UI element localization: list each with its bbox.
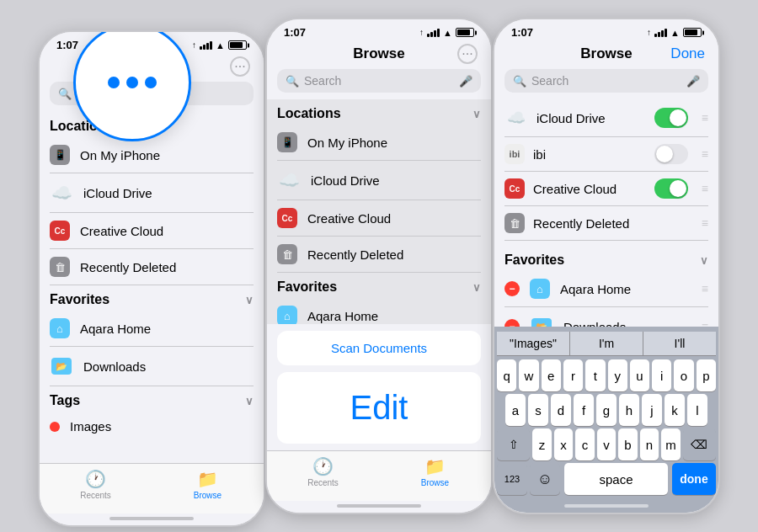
ibi-text: ibi bbox=[510, 149, 520, 159]
key-n[interactable]: n bbox=[640, 428, 659, 460]
search-bar[interactable]: 🔍 Search 🎤 bbox=[277, 69, 481, 93]
key-h[interactable]: h bbox=[619, 394, 639, 426]
key-p[interactable]: p bbox=[697, 359, 716, 391]
drag-handle[interactable]: ≡ bbox=[702, 320, 708, 327]
mic-icon: 🎤 bbox=[686, 75, 700, 88]
key-z[interactable]: z bbox=[532, 428, 551, 460]
tab-browse[interactable]: 📁 Browse bbox=[152, 469, 264, 500]
list-item[interactable]: 🗑 Recently Deleted bbox=[50, 249, 254, 285]
key-x[interactable]: x bbox=[554, 428, 573, 460]
key-g[interactable]: g bbox=[596, 394, 617, 426]
red-dot-icon bbox=[50, 422, 60, 432]
key-k[interactable]: k bbox=[665, 394, 685, 426]
key-v[interactable]: v bbox=[597, 428, 616, 460]
favorites-chevron[interactable]: ∨ bbox=[245, 294, 254, 306]
key-q[interactable]: q bbox=[497, 359, 516, 391]
tags-chevron[interactable]: ∨ bbox=[245, 395, 254, 407]
delete-key[interactable]: ⌫ bbox=[683, 428, 716, 460]
key-i[interactable]: i bbox=[652, 359, 671, 391]
cc-toggle[interactable] bbox=[654, 178, 688, 199]
numbers-key[interactable]: 123 bbox=[497, 463, 527, 495]
browse-tab-label: Browse bbox=[194, 491, 222, 500]
key-j[interactable]: j bbox=[642, 394, 662, 426]
key-o[interactable]: o bbox=[674, 359, 693, 391]
list-item[interactable]: ⌂ Aqara Home bbox=[277, 298, 481, 324]
remove-icon[interactable]: − bbox=[504, 319, 520, 327]
key-r[interactable]: r bbox=[563, 359, 583, 391]
phone-2: 1:07 ↑ ▲ Browse ··· 🔍 Search 🎤 bbox=[265, 18, 493, 514]
more-button[interactable]: ··· bbox=[230, 56, 250, 77]
drag-handle[interactable]: ≡ bbox=[702, 111, 708, 125]
autocomplete-item-0[interactable]: "Images" bbox=[497, 332, 570, 355]
done-key[interactable]: done bbox=[672, 463, 716, 495]
list-item[interactable]: − 📂 Downloads ≡ bbox=[504, 307, 708, 327]
list-item[interactable]: 🗑 Recently Deleted bbox=[277, 237, 481, 273]
icloud-icon: ☁️ bbox=[504, 106, 528, 130]
icloud-icon: ☁️ bbox=[277, 168, 301, 192]
recently-deleted-label: Recently Deleted bbox=[307, 247, 481, 262]
remove-icon[interactable]: − bbox=[504, 281, 520, 296]
emoji-key[interactable]: ☺ bbox=[530, 463, 560, 495]
key-t[interactable]: t bbox=[585, 359, 605, 391]
scan-documents-button[interactable]: Scan Documents bbox=[277, 331, 481, 365]
more-button[interactable]: ··· bbox=[457, 44, 478, 64]
key-d[interactable]: d bbox=[551, 394, 571, 426]
key-m[interactable]: m bbox=[661, 428, 680, 460]
tab-recents[interactable]: 🕐 Recents bbox=[267, 456, 379, 487]
list-item[interactable]: 📱 On My iPhone bbox=[277, 125, 481, 161]
list-item[interactable]: ☁️ iCloud Drive bbox=[50, 173, 254, 213]
favorites-header: Favorites ∨ bbox=[277, 273, 481, 298]
list-item[interactable]: Cc Creative Cloud bbox=[277, 200, 481, 237]
key-b[interactable]: b bbox=[618, 428, 637, 460]
list-item[interactable]: 📱 On My iPhone bbox=[50, 137, 254, 173]
locations-chevron[interactable]: ∨ bbox=[472, 108, 481, 120]
list-item[interactable]: − ⌂ Aqara Home ≡ bbox=[504, 271, 708, 307]
key-w[interactable]: w bbox=[519, 359, 538, 391]
autocomplete-item-1[interactable]: I'm bbox=[570, 332, 643, 355]
edit-button[interactable]: Edit bbox=[277, 372, 481, 444]
key-s[interactable]: s bbox=[528, 394, 548, 426]
status-bar: 1:07 ↑ ▲ bbox=[267, 19, 491, 42]
wifi-icon: ▲ bbox=[443, 28, 452, 38]
tags-label: Tags bbox=[50, 393, 80, 408]
favorites-chevron[interactable]: ∨ bbox=[700, 254, 708, 267]
list-item[interactable]: ☁️ iCloud Drive bbox=[277, 161, 481, 200]
tab-recents[interactable]: 🕐 Recents bbox=[40, 469, 152, 500]
ibi-icon: ibi bbox=[504, 144, 525, 164]
drag-handle[interactable]: ≡ bbox=[702, 182, 708, 195]
favorites-chevron[interactable]: ∨ bbox=[472, 281, 481, 294]
favorites-header: Favorites ∨ bbox=[504, 246, 708, 271]
drag-handle[interactable]: ≡ bbox=[702, 147, 708, 161]
drag-handle[interactable]: ≡ bbox=[702, 282, 708, 295]
list-item[interactable]: ⌂ Aqara Home bbox=[50, 311, 254, 347]
key-c[interactable]: c bbox=[575, 428, 594, 460]
ibi-toggle[interactable] bbox=[654, 144, 688, 164]
done-button[interactable]: Done bbox=[670, 45, 705, 62]
recently-deleted-label: Recently Deleted bbox=[80, 260, 254, 274]
iphone-icon: 📱 bbox=[50, 145, 70, 165]
autocomplete-item-2[interactable]: I'll bbox=[643, 332, 716, 355]
favorites-label: Favorites bbox=[277, 279, 337, 295]
key-y[interactable]: y bbox=[608, 359, 627, 391]
icloud-toggle[interactable] bbox=[654, 108, 688, 128]
key-f[interactable]: f bbox=[574, 394, 594, 426]
aqara-icon: ⌂ bbox=[530, 279, 550, 299]
drag-handle[interactable]: ≡ bbox=[702, 216, 708, 230]
key-e[interactable]: e bbox=[542, 359, 561, 391]
key-u[interactable]: u bbox=[630, 359, 649, 391]
browse-tab-icon: 📁 bbox=[197, 469, 218, 489]
search-icon: 🔍 bbox=[513, 75, 526, 88]
home-indicator bbox=[267, 501, 491, 513]
key-l[interactable]: l bbox=[687, 394, 707, 426]
list-item[interactable]: Images bbox=[50, 412, 254, 441]
recents-tab-icon: 🕐 bbox=[85, 469, 106, 489]
key-a[interactable]: a bbox=[505, 394, 526, 426]
tab-browse[interactable]: 📁 Browse bbox=[379, 456, 491, 487]
aqara-icon: ⌂ bbox=[277, 306, 297, 324]
search-bar[interactable]: 🔍 Search 🎤 bbox=[504, 69, 708, 93]
list-item[interactable]: Cc Creative Cloud bbox=[50, 213, 254, 249]
wifi-icon: ▲ bbox=[670, 28, 680, 38]
list-item[interactable]: 📂 Downloads bbox=[50, 347, 254, 386]
shift-key[interactable]: ⇧ bbox=[497, 428, 530, 460]
space-key[interactable]: space bbox=[564, 463, 668, 495]
